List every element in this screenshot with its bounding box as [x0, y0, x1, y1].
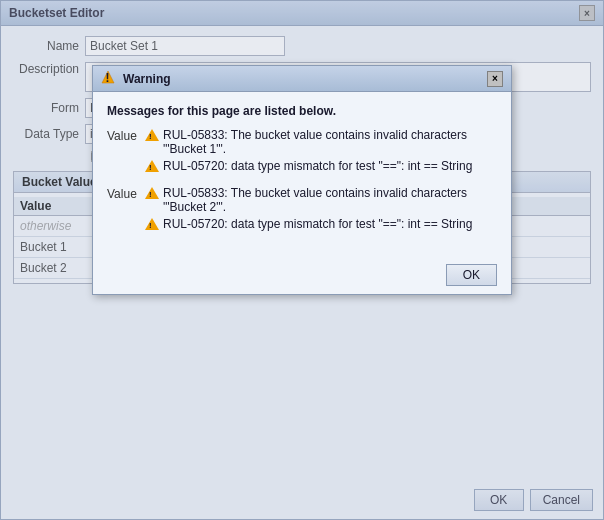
- warning-triangle-icon: [145, 159, 159, 173]
- warning-text-1a: RUL-05833: The bucket value contains inv…: [163, 128, 497, 156]
- modal-overlay: ! Warning × Messages for this page are l…: [0, 0, 604, 520]
- svg-text:!: !: [106, 71, 110, 84]
- warning-block-2: Value RUL-05833: The bucket value contai…: [107, 186, 497, 234]
- warning-triangle-icon: [145, 128, 159, 142]
- modal-close-button[interactable]: ×: [487, 71, 503, 87]
- warning-msg-2a: RUL-05833: The bucket value contains inv…: [145, 186, 497, 214]
- warning-messages-1: RUL-05833: The bucket value contains inv…: [145, 128, 497, 176]
- modal-header-text: Messages for this page are listed below.: [107, 104, 497, 118]
- warning-text-2b: RUL-05720: data type mismatch for test "…: [163, 217, 472, 231]
- value-label-1: Value: [107, 128, 145, 143]
- warning-msg-2b: RUL-05720: data type mismatch for test "…: [145, 217, 497, 231]
- warning-block-1: Value RUL-05833: The bucket value contai…: [107, 128, 497, 176]
- warning-triangle-icon: [145, 217, 159, 231]
- warning-text-2a: RUL-05833: The bucket value contains inv…: [163, 186, 497, 214]
- modal-title-bar: ! Warning ×: [93, 66, 511, 92]
- modal-body: Messages for this page are listed below.…: [93, 92, 511, 256]
- value-label-2: Value: [107, 186, 145, 201]
- warning-modal: ! Warning × Messages for this page are l…: [92, 65, 512, 295]
- warning-row-2: Value RUL-05833: The bucket value contai…: [107, 186, 497, 234]
- modal-footer: OK: [93, 256, 511, 294]
- warning-triangle-icon: [145, 186, 159, 200]
- warning-row-1: Value RUL-05833: The bucket value contai…: [107, 128, 497, 176]
- warning-msg-1b: RUL-05720: data type mismatch for test "…: [145, 159, 497, 173]
- warning-messages-2: RUL-05833: The bucket value contains inv…: [145, 186, 497, 234]
- modal-title: Warning: [123, 72, 171, 86]
- warning-text-1b: RUL-05720: data type mismatch for test "…: [163, 159, 472, 173]
- warning-msg-1a: RUL-05833: The bucket value contains inv…: [145, 128, 497, 156]
- modal-ok-button[interactable]: OK: [446, 264, 497, 286]
- warning-icon: !: [101, 70, 115, 87]
